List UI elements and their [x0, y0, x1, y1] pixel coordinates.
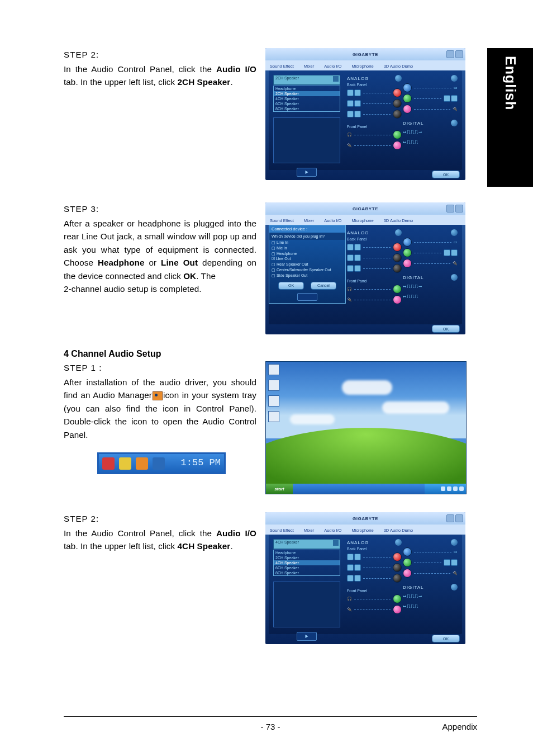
front-panel-label: Front Panel	[347, 125, 402, 129]
analog-column-3: ANALOG Back Panel Front Panel 🎧 🔌	[347, 229, 402, 306]
play-button[interactable]	[297, 168, 317, 177]
popup-option-lineout[interactable]: ☑ Line Out	[269, 256, 345, 262]
popup-option-headphone[interactable]: ▢ Headphone	[269, 251, 345, 257]
desktop-icons[interactable]	[268, 364, 279, 422]
minimize-icon[interactable]	[446, 514, 454, 522]
play-button-4[interactable]	[297, 632, 317, 641]
jack-blue-icon[interactable]	[403, 83, 412, 92]
page-number: - 73 -	[260, 722, 280, 731]
step2-figure: GIGABYTE Sound Effect Mixer Audio I/O Mi…	[265, 48, 477, 180]
step2-4ch-figure: GIGABYTE Sound Effect Mixer Audio I/O Mi…	[265, 512, 477, 644]
step1-4ch-body: After installation of the audio driver, …	[64, 376, 256, 442]
window-buttons-4[interactable]	[446, 514, 463, 522]
settings-icon[interactable]	[395, 539, 402, 546]
analog-column: ANALOG Back Panel Front Panel 🎧 🔌	[347, 75, 402, 152]
analog-title: ANALOG	[347, 76, 369, 81]
jack-black-icon[interactable]	[393, 99, 402, 108]
popup-question: Which device did you plug in?	[269, 233, 345, 240]
popup-option-rear[interactable]: ▢ Rear Speaker Out	[269, 262, 345, 267]
audio-panel-4ch: GIGABYTE Sound Effect Mixer Audio I/O Mi…	[265, 512, 465, 644]
language-tab-label: English	[502, 56, 518, 110]
panel-brand-3: GIGABYTE	[353, 206, 378, 211]
jack-front-pink-icon[interactable]	[393, 141, 402, 150]
close-icon[interactable]	[455, 514, 463, 522]
chevron-down-icon[interactable]	[333, 76, 339, 82]
step3-body: After a speaker or headphone is plugged …	[64, 217, 256, 283]
jack-front-green-icon[interactable]	[393, 130, 402, 139]
popup-option-center[interactable]: ▢ Center/Subwoofer Speaker Out	[269, 267, 345, 273]
connected-device-popup: Connected device : Which device did you …	[269, 225, 346, 304]
step2-4ch-row: STEP 2: In the Audio Control Panel, clic…	[64, 512, 477, 644]
settings-icon[interactable]	[395, 229, 402, 236]
play-button-3[interactable]	[297, 293, 317, 301]
step1-4ch-text: STEP 1 : After installation of the audio…	[64, 361, 256, 474]
jack-green-icon[interactable]	[403, 94, 412, 103]
step2-text: STEP 2: In the Audio Control Panel, clic…	[64, 48, 256, 89]
jack-red-icon[interactable]	[393, 88, 402, 97]
digital-title: DIGITAL	[403, 121, 424, 126]
close-icon[interactable]	[455, 50, 463, 58]
step3-row: STEP 3: After a speaker or headphone is …	[64, 202, 477, 334]
step2-4ch-label: STEP 2:	[64, 512, 256, 526]
step2-row: STEP 2: In the Audio Control Panel, clic…	[64, 48, 477, 180]
panel-titlebar-4: GIGABYTE	[265, 512, 465, 525]
step3-figure: GIGABYTE Sound Effect Mixer Audio I/O Mi…	[265, 202, 477, 334]
tray-icon-audio-manager[interactable]	[136, 457, 148, 470]
jack-black2-icon[interactable]	[393, 110, 402, 119]
speaker-dropdown-4[interactable]: 4CH Speaker	[273, 539, 340, 549]
ok-button-3[interactable]: OK	[432, 325, 460, 333]
taskbar[interactable]: start	[266, 484, 466, 494]
speaker-dropdown[interactable]: 2CH Speaker	[273, 75, 340, 85]
panel-tabs-4: Sound Effect Mixer Audio I/O Microphone …	[265, 525, 465, 535]
tray-icon-2[interactable]	[119, 457, 131, 470]
settings-icon[interactable]	[451, 584, 458, 590]
settings-icon[interactable]	[451, 229, 458, 236]
minimize-icon[interactable]	[446, 205, 454, 212]
tab-sound-effect[interactable]: Sound Effect	[269, 62, 295, 70]
popup-option-micin[interactable]: ▢ Mic In	[269, 245, 345, 251]
popup-cancel-button[interactable]: Cancel	[311, 282, 336, 290]
chevron-down-icon[interactable]	[333, 540, 339, 546]
ok-button-4[interactable]: OK	[432, 635, 460, 642]
speaker-dropdown-list[interactable]: Headphone 2CH Speaker 4CH Speaker 6CH Sp…	[273, 86, 340, 112]
settings-icon[interactable]	[451, 274, 458, 281]
tab-mixer[interactable]: Mixer	[303, 62, 315, 70]
close-icon[interactable]	[455, 205, 463, 212]
footer: - 73 - Appendix	[64, 722, 477, 731]
window-buttons-3[interactable]	[446, 205, 463, 212]
analog-column-4: ANALOG Back Panel Front Panel 🎧 🔌	[347, 539, 402, 616]
step2-4ch-body: In the Audio Control Panel, click the Au…	[64, 527, 256, 553]
popup-ok-button[interactable]: OK	[278, 282, 304, 290]
popup-option-side[interactable]: ▢ Side Speaker Out	[269, 273, 345, 278]
systray-figure: 1:55 PM	[97, 452, 226, 474]
settings-icon[interactable]	[451, 539, 458, 546]
tray-icon-volume[interactable]	[153, 457, 165, 470]
jack-pink-icon[interactable]	[403, 105, 412, 114]
popup-option-linein[interactable]: ▢ Line In	[269, 240, 345, 245]
language-tab: English	[487, 48, 533, 187]
step1-4ch-row: STEP 1 : After installation of the audio…	[64, 361, 477, 494]
tray-icon-1[interactable]	[102, 457, 115, 470]
desktop-screenshot: start	[265, 361, 467, 494]
popup-title: Connected device :	[269, 225, 345, 233]
room-illustration-4	[273, 582, 340, 627]
footer-section: Appendix	[442, 722, 477, 731]
panel-body: 2CH Speaker Headphone 2CH Speaker 4CH Sp…	[269, 70, 462, 170]
panel-titlebar-3: GIGABYTE	[265, 202, 465, 215]
panel-left: 2CH Speaker Headphone 2CH Speaker 4CH Sp…	[273, 75, 340, 177]
settings-icon[interactable]	[395, 75, 402, 82]
start-button[interactable]: start	[266, 484, 293, 494]
speaker-dropdown-list-4[interactable]: Headphone 2CH Speaker 4CH Speaker 6CH Sp…	[273, 550, 340, 576]
minimize-icon[interactable]	[446, 50, 454, 58]
ok-button[interactable]: OK	[432, 171, 460, 178]
step1-4ch-figure: start	[265, 361, 477, 494]
tab-microphone[interactable]: Microphone	[350, 62, 374, 70]
settings-icon-2[interactable]	[451, 75, 458, 82]
tab-audio-io[interactable]: Audio I/O	[323, 62, 342, 70]
settings-icon-3[interactable]	[451, 120, 458, 126]
footer-rule	[64, 716, 477, 717]
taskbar-tray[interactable]	[425, 484, 466, 494]
step1-4ch-label: STEP 1 :	[64, 361, 256, 375]
tab-3d-audio-demo[interactable]: 3D Audio Demo	[383, 62, 415, 70]
window-buttons[interactable]	[446, 50, 463, 58]
